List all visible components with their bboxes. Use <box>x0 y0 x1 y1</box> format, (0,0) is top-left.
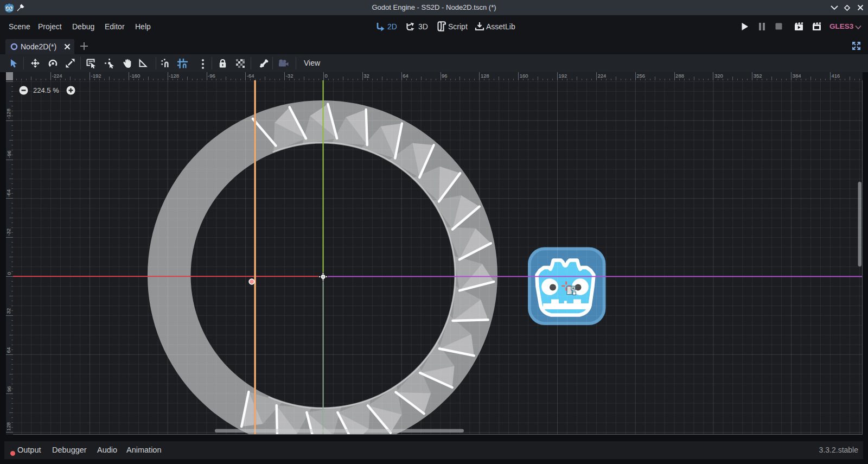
svg-text:-192: -192 <box>91 73 101 79</box>
svg-text:288: 288 <box>675 73 684 79</box>
svg-text:-32: -32 <box>286 73 293 79</box>
svg-text:-96: -96 <box>6 150 12 158</box>
svg-text:-128: -128 <box>169 73 179 79</box>
svg-text:224: 224 <box>597 73 606 79</box>
svg-text:416: 416 <box>831 73 840 79</box>
svg-text:96: 96 <box>6 386 12 392</box>
svg-text:0: 0 <box>6 272 12 275</box>
svg-text:-96: -96 <box>208 73 215 79</box>
svg-text:320: 320 <box>714 73 723 79</box>
svg-text:-64: -64 <box>247 73 254 79</box>
svg-text:32: 32 <box>6 308 12 314</box>
svg-text:0: 0 <box>325 73 328 79</box>
svg-text:128: 128 <box>6 422 12 431</box>
svg-text:-224: -224 <box>52 73 62 79</box>
svg-text:64: 64 <box>403 73 409 79</box>
svg-text:-32: -32 <box>6 228 12 236</box>
svg-text:-160: -160 <box>130 73 140 79</box>
svg-text:64: 64 <box>6 347 12 353</box>
svg-text:32: 32 <box>363 73 369 79</box>
svg-text:96: 96 <box>442 73 448 79</box>
svg-text:-128: -128 <box>6 109 12 119</box>
svg-text:384: 384 <box>793 73 801 79</box>
svg-text:160: 160 <box>520 73 528 79</box>
svg-text:128: 128 <box>481 73 489 79</box>
svg-text:-64: -64 <box>6 189 12 197</box>
svg-text:352: 352 <box>754 73 762 79</box>
svg-text:256: 256 <box>636 73 645 79</box>
svg-text:192: 192 <box>559 73 567 79</box>
